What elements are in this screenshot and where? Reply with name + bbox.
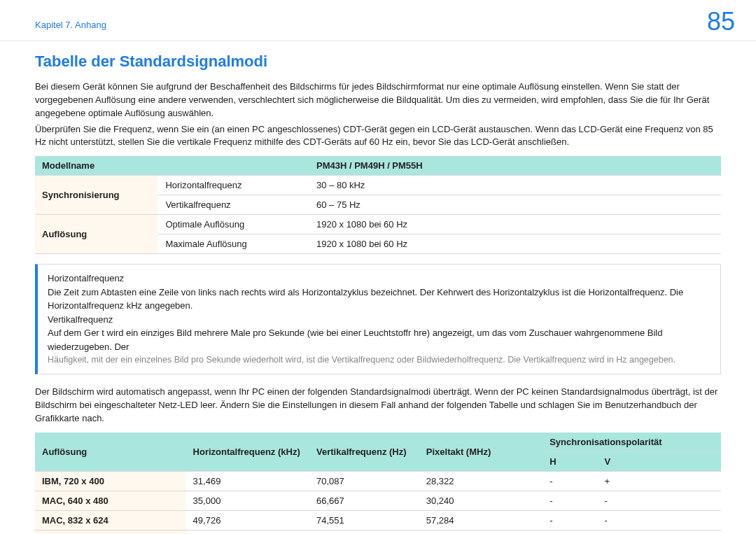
table-cell: 75,062	[309, 530, 419, 534]
table-cell: 68,681	[186, 530, 309, 534]
t2-head-syncpol: Synchronisationspolarität	[542, 433, 721, 452]
table-cell: IBM, 720 x 400	[35, 471, 186, 491]
table1-header-value: PM43H / PM49H / PM55H	[309, 156, 721, 176]
table1-cell: Horizontalfrequenz	[158, 176, 309, 195]
table-row: MAC, 640 x 48035,00066,66730,240--	[35, 491, 721, 510]
table1-cell: 60 – 75 Hz	[309, 195, 721, 215]
table-cell: -	[598, 491, 721, 510]
definition-note-box: Horizontalfrequenz Die Zeit zum Abtasten…	[35, 264, 721, 374]
table1-header-model: Modellname	[35, 156, 309, 176]
table1-cell: Vertikalfrequenz	[158, 195, 309, 215]
note-vfreq-label: Vertikalfrequenz	[48, 313, 710, 327]
page-content: Tabelle der Standardsignalmodi Bei diese…	[0, 41, 756, 534]
table-cell: 66,667	[309, 491, 419, 510]
table1-sync-label: Synchronisierung	[35, 176, 158, 215]
table-cell: -	[598, 530, 721, 534]
table1-res-label: Auflösung	[35, 215, 158, 254]
signal-modes-table: Auflösung Horizontalfrequenz (kHz) Verti…	[35, 433, 721, 535]
page-header: Kapitel 7. Anhang 85	[0, 0, 756, 41]
table-cell: 31,469	[186, 471, 309, 491]
section-title: Tabelle der Standardsignalmodi	[35, 52, 721, 71]
table-cell: 49,726	[186, 510, 309, 530]
table-row: IBM, 720 x 40031,46970,08728,322-+	[35, 471, 721, 491]
table-cell: -	[598, 510, 721, 530]
table-cell: -	[542, 530, 597, 534]
table1-cell: Optimale Auflösung	[158, 215, 309, 234]
table-cell: MAC, 640 x 480	[35, 491, 186, 510]
t2-head-res: Auflösung	[35, 433, 186, 472]
table-cell: 35,000	[186, 491, 309, 510]
table-cell: MAC, 832 x 624	[35, 510, 186, 530]
intro-paragraph-2: Überprüfen Sie die Frequenz, wenn Sie ei…	[35, 123, 721, 150]
t2-head-pixclk: Pixeltakt (MHz)	[419, 433, 542, 472]
note-vfreq-text: Auf dem Ger t wird ein einziges Bild meh…	[48, 326, 710, 353]
table-cell: 28,322	[419, 471, 542, 491]
t2-head-vfreq: Vertikalfrequenz (Hz)	[309, 433, 419, 472]
t2-head-v: V	[598, 451, 721, 471]
page-number: 85	[707, 7, 735, 36]
table-cell: 30,240	[419, 491, 542, 510]
table-cell: +	[598, 471, 721, 491]
table-cell: 74,551	[309, 510, 419, 530]
table-cell: 70,087	[309, 471, 419, 491]
table1-cell: 30 – 80 kHz	[309, 176, 721, 195]
table-row: MAC, 1152 x 87068,68175,062100,000--	[35, 530, 721, 534]
table1-cell: Maximale Auflösung	[158, 234, 309, 254]
note-hfreq-text: Die Zeit zum Abtasten eine Zeile von lin…	[48, 286, 710, 313]
table-row: MAC, 832 x 62449,72674,55157,284--	[35, 510, 721, 530]
t2-head-hfreq: Horizontalfrequenz (kHz)	[186, 433, 309, 472]
chapter-label: Kapitel 7. Anhang	[35, 7, 106, 30]
table-cell: -	[542, 491, 597, 510]
note-hfreq-label: Horizontalfrequenz	[48, 272, 710, 286]
table1-cell: 1920 x 1080 bei 60 Hz	[309, 234, 721, 254]
after-note-paragraph: Der Bildschirm wird automatisch angepass…	[35, 386, 721, 426]
intro-paragraph-1: Bei diesem Gerät können Sie aufgrund der…	[35, 80, 721, 120]
table1-cell: 1920 x 1080 bei 60 Hz	[309, 215, 721, 234]
table-cell: MAC, 1152 x 870	[35, 530, 186, 534]
table-cell: -	[542, 471, 597, 491]
model-spec-table: Modellname PM43H / PM49H / PM55H Synchro…	[35, 156, 721, 254]
table-cell: 100,000	[419, 530, 542, 534]
t2-head-h: H	[542, 451, 597, 471]
note-vfreq-subtext: Häufigkeit, mit der ein einzelnes Bild p…	[48, 353, 710, 367]
table-cell: -	[542, 510, 597, 530]
table-cell: 57,284	[419, 510, 542, 530]
